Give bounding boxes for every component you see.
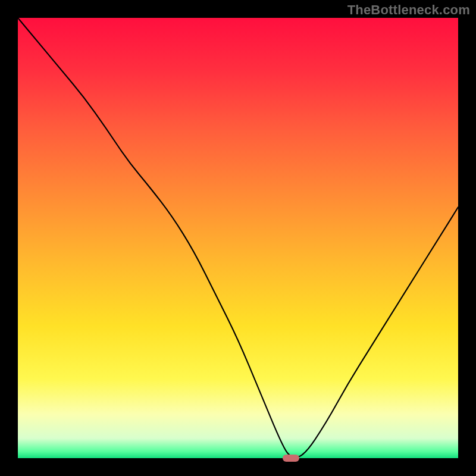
gradient-background: [18, 18, 458, 458]
bottleneck-chart: [18, 18, 458, 458]
watermark-text: TheBottleneck.com: [347, 2, 470, 18]
chart-container: TheBottleneck.com: [0, 0, 476, 476]
optimal-point-marker: [283, 455, 299, 462]
